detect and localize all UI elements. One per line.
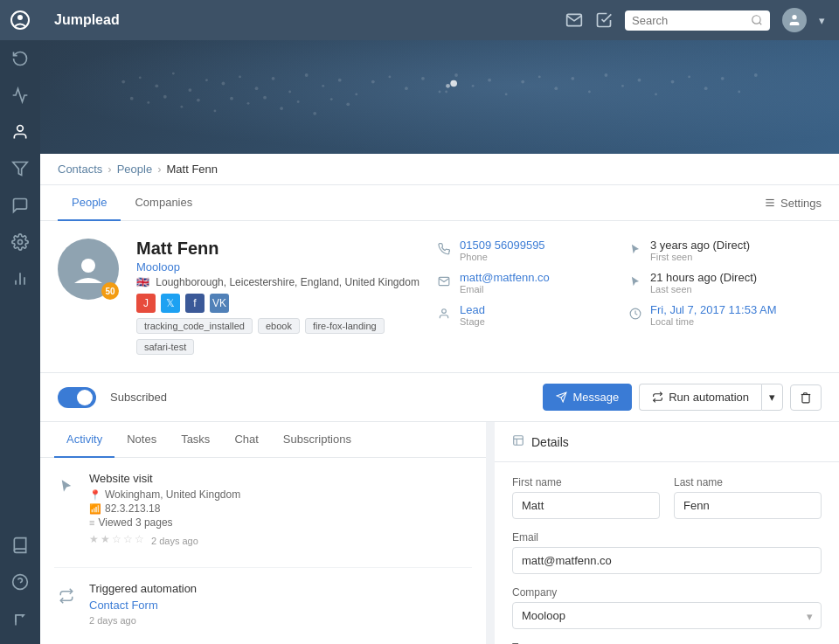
automation-link[interactable]: Contact Form [89,599,472,612]
activity-content: Website visit 📍 Wokingham, United Kingdo… [40,458,486,644]
settings-button[interactable]: Settings [764,197,822,210]
profile-timestamps: 3 years ago (Direct) First seen 21 hours… [629,239,822,327]
svg-point-51 [754,73,758,77]
svg-point-27 [355,93,357,95]
tab-people[interactable]: People [58,185,121,221]
facebook-icon[interactable]: f [185,294,205,313]
email-value[interactable]: matt@matfenn.co [460,271,550,284]
first-name-label: First name [512,476,660,488]
last-name-group: Last name [674,476,822,519]
breadcrumb-contacts[interactable]: Contacts [58,163,102,176]
jumplead-icon[interactable]: J [136,294,156,313]
visit-title: Website visit [89,472,472,485]
stage-value[interactable]: Lead [460,303,485,316]
visit-icon [54,474,79,498]
automation-button-group: Run automation ▾ [639,384,783,411]
svg-point-39 [554,87,558,90]
svg-point-46 [671,80,675,84]
profile-company[interactable]: Mooloop [136,260,420,274]
sidebar-item-refresh[interactable] [0,40,40,77]
search-input[interactable] [632,14,745,27]
last-name-input[interactable] [674,492,822,519]
avatar-icon [71,252,106,287]
first-name-input[interactable] [512,492,660,519]
tab-notes[interactable]: Notes [114,422,169,458]
activity-tabs: Activity Notes Tasks Chat Subscriptions [40,422,486,458]
avatar-wrapper: 50 [58,239,119,300]
email-field-input[interactable] [512,547,822,574]
banner-map [40,40,839,149]
breadcrumb-sep-1: › [107,163,111,176]
svg-point-73 [81,259,95,273]
tab-chat[interactable]: Chat [222,422,270,458]
svg-point-19 [222,82,225,86]
subscribe-row: Subscribed Message Run automation ▾ [40,373,839,422]
svg-point-10 [752,16,760,24]
ts-last-seen: 21 hours ago (Direct) Last seen [629,271,822,294]
subscribe-actions: Message Run automation ▾ [543,384,822,411]
last-seen-label: Last seen [650,284,757,294]
email-row: Email [512,531,822,574]
svg-point-13 [121,80,125,84]
visit-stars: ★★☆☆☆ [89,533,144,545]
svg-point-30 [405,87,408,90]
sidebar-item-inbox[interactable] [0,187,40,224]
sidebar-item-chart[interactable] [0,260,40,297]
sidebar [0,0,40,644]
svg-marker-3 [13,163,28,176]
automation-dropdown-button[interactable]: ▾ [761,384,783,411]
sidebar-item-settings[interactable] [0,224,40,260]
messages-icon[interactable] [565,11,583,29]
stage-icon [437,308,451,322]
breadcrumb: Contacts › People › Matt Fenn [40,154,839,185]
tag-safari: safari-test [136,339,194,355]
svg-point-56 [197,99,200,102]
phone-icon [437,243,451,258]
subscribe-label: Subscribed [110,391,167,404]
local-time-value: Fri, Jul 7, 2017 11:53 AM [650,303,777,316]
details-title: Details [531,435,569,449]
sidebar-item-book[interactable] [0,527,40,564]
meta-email: matt@matfenn.co Email [437,271,612,294]
run-automation-button[interactable]: Run automation [639,384,761,411]
svg-point-35 [488,79,491,82]
user-menu-chevron[interactable]: ▾ [819,14,825,27]
sidebar-item-activity[interactable] [0,77,40,114]
company-row: Company Mooloop ▾ [512,586,822,629]
delete-button[interactable] [790,384,822,411]
search-box[interactable] [625,10,770,31]
phone-value[interactable]: 01509 56099595 [460,239,545,252]
tab-subscriptions[interactable]: Subscriptions [271,422,364,458]
automation-title: Triggered automation [89,582,472,595]
tab-tasks[interactable]: Tasks [169,422,222,458]
tab-companies[interactable]: Companies [121,185,206,221]
profile-socials: J 𝕏 f VK [136,294,420,313]
sidebar-logo[interactable] [0,0,40,40]
breadcrumb-people[interactable]: People [117,163,152,176]
visit-pages: ≡ Viewed 3 pages [89,516,472,529]
activity-divider-1 [54,567,472,568]
profile-info: 50 Matt Fenn Mooloop 🇬🇧 Loughborough, Le… [40,221,839,373]
automation-act-icon [54,584,79,608]
email-icon [437,275,451,290]
sidebar-item-contacts[interactable] [0,114,40,150]
company-select[interactable]: Mooloop [512,602,822,629]
svg-point-24 [305,73,309,77]
user-avatar[interactable] [782,8,807,32]
subscribe-toggle[interactable] [58,387,96,408]
vk-icon[interactable]: VK [210,294,229,313]
svg-point-61 [280,107,283,110]
cursor-icon-1 [629,243,641,258]
first-seen-label: First seen [650,252,750,262]
tasks-icon[interactable] [595,11,613,29]
sidebar-item-help[interactable] [0,564,40,600]
sidebar-item-filter[interactable] [0,150,40,187]
message-button[interactable]: Message [543,384,632,411]
sidebar-item-flag[interactable] [0,600,40,637]
svg-point-47 [688,75,690,78]
twitter-icon[interactable]: 𝕏 [161,294,180,313]
svg-point-17 [188,88,191,92]
tab-activity[interactable]: Activity [54,422,114,458]
meta-stage: Lead Stage [437,303,612,327]
header-brand: Jumplead [54,12,565,28]
